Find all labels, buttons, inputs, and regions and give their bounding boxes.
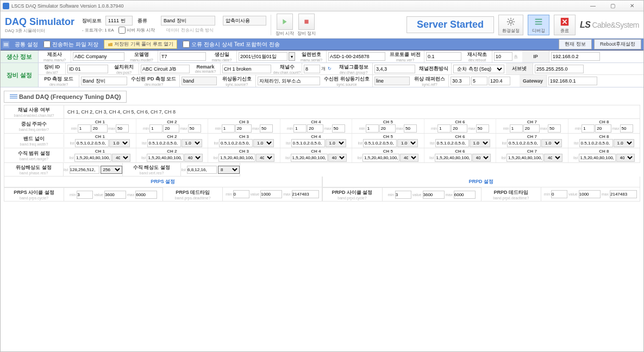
center-max-input[interactable] — [260, 124, 273, 133]
prpd-cycle-val[interactable] — [423, 191, 445, 199]
prpd-dead-max[interactable] — [610, 190, 637, 198]
position-input[interactable] — [141, 65, 190, 73]
prpd-cycle-max[interactable] — [454, 191, 476, 199]
center-max-input[interactable] — [620, 124, 633, 133]
width-select[interactable]: 1.0 — [397, 139, 418, 147]
width-list-input[interactable] — [507, 139, 541, 147]
width-select[interactable]: 1.0 — [470, 139, 490, 147]
reboot-sec-input[interactable] — [494, 52, 512, 61]
center-min-input[interactable] — [293, 124, 307, 133]
subnet-input[interactable] — [535, 65, 584, 73]
vert-select[interactable]: 40 — [544, 154, 562, 162]
vert-res-select[interactable]: 8 — [218, 166, 240, 174]
type-input[interactable] — [161, 16, 215, 26]
prps-cycle-max[interactable] — [135, 191, 157, 199]
width-select[interactable]: 1.0 — [253, 139, 274, 147]
vert-list-input[interactable] — [435, 154, 472, 162]
center-val-input[interactable] — [235, 124, 252, 133]
channel-group-input[interactable] — [374, 65, 415, 73]
tab-band-daq[interactable]: Band DAQ (Frequency Tuning DAQ) — [4, 91, 127, 103]
width-list-input[interactable] — [435, 139, 469, 147]
autostart-checkbox[interactable]: 서버 자동 시작 — [118, 27, 155, 34]
center-min-input[interactable] — [78, 124, 91, 133]
error-text-checkbox[interactable]: 오류 전송시 상세 Text 포함하여 전송 — [183, 41, 279, 48]
exit-button[interactable]: 종료 — [554, 15, 576, 35]
vert-list-input[interactable] — [147, 154, 184, 162]
center-min-input[interactable] — [366, 124, 379, 133]
manufacturer-input[interactable] — [73, 52, 124, 61]
ref-a-input[interactable] — [451, 77, 470, 85]
prps-dead-val[interactable] — [260, 190, 282, 198]
vert-select[interactable]: 40 — [256, 154, 274, 162]
vert-list-input[interactable] — [507, 154, 543, 162]
width-select[interactable]: 1.0 — [326, 139, 346, 147]
vert-select[interactable]: 40 — [328, 154, 347, 162]
serial-input[interactable] — [328, 52, 385, 61]
ref-c-input[interactable] — [489, 77, 510, 85]
stop-button[interactable] — [298, 14, 315, 30]
vert-select[interactable]: 40 — [184, 154, 203, 162]
prps-cycle-min[interactable] — [77, 191, 93, 199]
center-min-input[interactable] — [437, 124, 451, 133]
phase-res-select[interactable]: 256 — [101, 166, 122, 174]
tab-reboot-settings[interactable]: Reboot후재설정 — [594, 39, 641, 49]
width-select[interactable]: 1.0 — [541, 139, 562, 147]
vert-list-input[interactable] — [74, 154, 111, 162]
prps-cycle-val[interactable] — [104, 191, 126, 199]
ip-input[interactable] — [551, 52, 600, 61]
env-settings-button[interactable]: 환경설정 — [498, 15, 523, 35]
rotation-select[interactable]: 순차 측정 (Seq) — [453, 65, 504, 73]
center-min-input[interactable] — [582, 124, 595, 133]
start-button[interactable] — [277, 14, 293, 30]
device-id-input[interactable] — [67, 65, 108, 73]
center-val-input[interactable] — [163, 124, 179, 133]
width-select[interactable]: 1.0 — [109, 139, 130, 147]
remark-input[interactable] — [222, 65, 271, 73]
ref-b-input[interactable] — [471, 77, 487, 85]
center-val-input[interactable] — [451, 124, 467, 133]
vert-select[interactable]: 40 — [400, 154, 418, 162]
width-list-input[interactable] — [219, 139, 253, 147]
prpd-cycle-min[interactable] — [395, 191, 411, 199]
center-val-input[interactable] — [595, 124, 611, 133]
vert-res-list[interactable] — [187, 166, 217, 174]
center-min-input[interactable] — [510, 124, 523, 133]
center-max-input[interactable] — [404, 124, 417, 133]
vert-list-input[interactable] — [218, 154, 255, 162]
width-select[interactable]: 1.0 — [614, 139, 634, 147]
gateway-input[interactable] — [548, 77, 597, 85]
center-val-input[interactable] — [307, 124, 323, 133]
width-list-input[interactable] — [363, 139, 397, 147]
vert-select[interactable]: 40 — [112, 154, 130, 162]
phase-res-list[interactable] — [70, 166, 99, 174]
width-list-input[interactable] — [579, 139, 613, 147]
center-val-input[interactable] — [523, 124, 540, 133]
prpd-dead-min[interactable] — [551, 190, 567, 198]
prpd-dead-val[interactable] — [579, 190, 601, 198]
manufacture-date-input[interactable] — [239, 52, 287, 61]
center-min-input[interactable] — [222, 124, 235, 133]
open-folder-button[interactable]: 저장된 기록 폴더 루트 열기 — [104, 40, 177, 49]
vert-list-input[interactable] — [291, 154, 328, 162]
maximize-button[interactable]: ▢ — [603, 1, 622, 11]
port-input[interactable] — [105, 16, 133, 26]
center-max-input[interactable] — [332, 124, 345, 133]
vert-list-input[interactable] — [579, 154, 616, 162]
pdmode-input[interactable] — [81, 77, 127, 85]
center-val-input[interactable] — [379, 124, 396, 133]
center-max-input[interactable] — [116, 124, 129, 133]
debug-button[interactable]: 디버깅 — [528, 15, 549, 35]
center-min-input[interactable] — [149, 124, 162, 133]
vert-select[interactable]: 40 — [472, 154, 491, 162]
calendar-button[interactable]: ▾ — [289, 52, 295, 61]
center-val-input[interactable] — [91, 124, 108, 133]
width-select[interactable]: 1.0 — [182, 139, 202, 147]
sync-source-input[interactable] — [258, 77, 320, 85]
vert-list-input[interactable] — [362, 154, 399, 162]
center-max-input[interactable] — [548, 124, 561, 133]
refresh-icon[interactable]: ↻ — [328, 66, 332, 71]
protocol-input[interactable] — [426, 52, 461, 61]
tab-current-info[interactable]: 현재 정보 — [559, 39, 592, 49]
minimize-button[interactable]: — — [584, 1, 602, 11]
model-input[interactable] — [160, 52, 206, 61]
